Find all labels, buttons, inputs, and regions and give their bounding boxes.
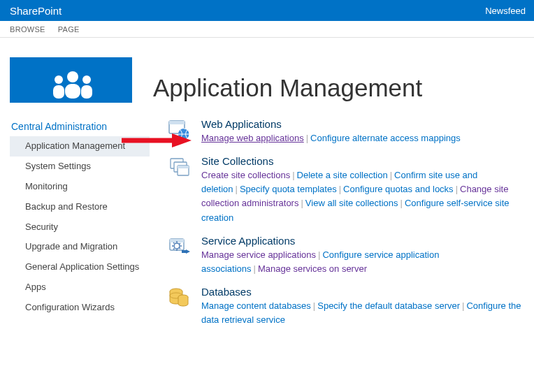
link-manage-services-on-server[interactable]: Manage services on server [258,263,367,274]
link-view-all-site-collections[interactable]: View all site collections [305,198,398,208]
sidebar-item-monitoring[interactable]: Monitoring [10,177,150,197]
link-configure-alternate-access-mappings[interactable]: Configure alternate access mappings [310,133,461,143]
link-manage-web-applications[interactable]: Manage web applications [201,133,304,143]
section-title-service-applications: Service Applications [201,235,524,247]
page-title: Application Management [153,75,422,103]
site-collections-icon [168,155,192,225]
web-applications-icon [168,118,192,145]
ribbon-tabs: BROWSE PAGE [0,21,534,38]
link-create-site-collections[interactable]: Create site collections [201,170,290,180]
brand-label: SharePoint [10,5,62,17]
main-content: Web Applications Manage web applications… [150,118,524,337]
svg-rect-5 [81,85,92,99]
svg-rect-9 [169,121,185,124]
section-web-applications: Web Applications Manage web applications… [168,118,524,145]
link-specify-quota-templates[interactable]: Specify quota templates [240,184,337,194]
svg-point-4 [82,75,91,84]
service-applications-icon [168,235,192,276]
sidebar-item-configuration-wizards[interactable]: Configuration Wizards [10,298,150,318]
tab-browse[interactable]: BROWSE [10,25,45,34]
svg-rect-1 [53,85,64,99]
databases-icon [168,286,192,327]
section-title-site-collections: Site Collections [201,155,524,167]
section-service-applications: Service Applications Manage service appl… [168,235,524,276]
svg-rect-3 [65,84,80,99]
site-logo [10,57,132,103]
people-icon [47,69,96,99]
link-delete-a-site-collection[interactable]: Delete a site collection [297,170,388,180]
link-manage-service-applications[interactable]: Manage service applications [201,249,316,260]
newsfeed-link[interactable]: Newsfeed [485,6,526,16]
link-specify-the-default-database-server[interactable]: Specify the default database server [317,300,460,311]
section-title-web-applications: Web Applications [201,118,524,130]
sidebar-item-security[interactable]: Security [10,217,150,238]
tab-page[interactable]: PAGE [58,25,80,34]
link-configure-quotas-and-locks[interactable]: Configure quotas and locks [343,184,454,194]
sidebar-item-apps[interactable]: Apps [10,277,150,298]
sidebar-item-general-application-settings[interactable]: General Application Settings [10,257,150,277]
sidebar-item-system-settings[interactable]: System Settings [10,157,150,177]
svg-rect-14 [178,166,189,168]
sidebar-item-upgrade-and-migration[interactable]: Upgrade and Migration [10,237,150,257]
hero-row: Application Management [0,38,534,112]
svg-point-0 [55,75,63,84]
section-databases: Databases Manage content databases|Speci… [168,286,524,327]
sidebar-heading[interactable]: Central Administration [10,118,150,136]
svg-point-2 [67,71,78,82]
section-title-databases: Databases [201,286,524,298]
svg-rect-19 [182,250,187,253]
link-manage-content-databases[interactable]: Manage content databases [201,300,311,311]
sidebar-item-application-management[interactable]: Application Management [10,136,150,157]
left-nav: Central Administration Application Manag… [10,118,150,337]
section-site-collections: Site Collections Create site collections… [168,155,524,225]
sidebar-item-backup-and-restore[interactable]: Backup and Restore [10,197,150,217]
top-suite-bar: SharePoint Newsfeed [0,0,534,21]
